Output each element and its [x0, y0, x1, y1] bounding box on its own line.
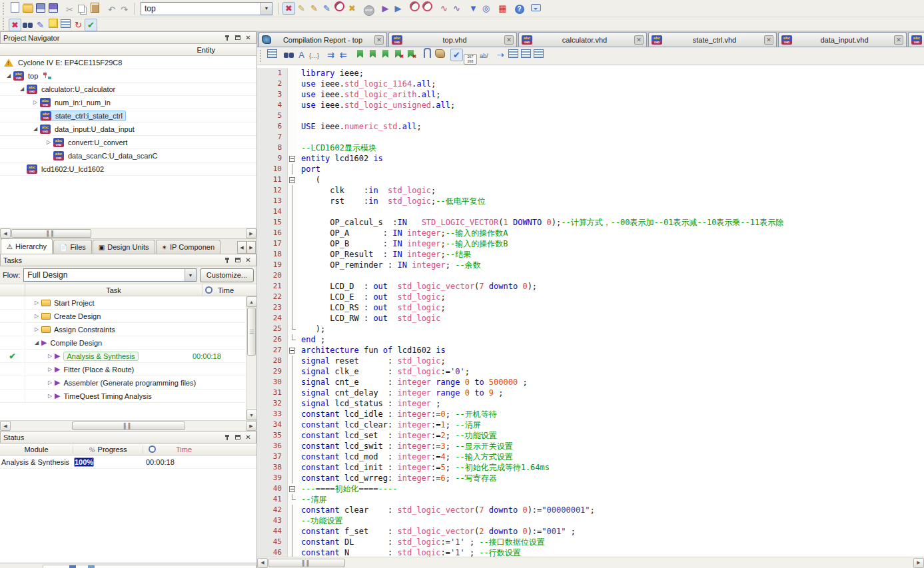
code-line[interactable]: 42constant clear : std_logic_vector(7 do… [257, 505, 924, 515]
code-line[interactable]: 36constant lcd_swit : integer:=3; --显示开关… [257, 441, 924, 451]
code-line[interactable]: 22 LCD_E : out std_logic; [257, 292, 924, 302]
design-clock-icon[interactable] [333, 0, 346, 13]
code-editor[interactable]: 1library ieee;2use ieee.std_logic_1164.a… [257, 65, 924, 557]
fold-collapse-icon[interactable] [289, 156, 295, 162]
expand-icon[interactable]: ▷ [44, 139, 53, 145]
fold-margin[interactable] [288, 420, 297, 430]
code-line[interactable]: 14 [257, 206, 924, 217]
expand-icon[interactable]: ▷ [32, 300, 41, 306]
bookmark-prev-icon[interactable] [379, 47, 392, 60]
fold-margin[interactable] [288, 441, 297, 451]
code-line[interactable]: 7 [257, 132, 924, 142]
fold-margin[interactable] [288, 462, 297, 473]
fold-margin[interactable] [288, 302, 297, 313]
navigator-hscrollbar[interactable]: ◀ ▌▌ ▶ [0, 228, 256, 238]
assignment-editor-icon[interactable]: ✎ [295, 2, 308, 15]
fold-margin[interactable] [288, 313, 297, 324]
editor-tab-state-ctrl-vhd[interactable]: abcVHDstate_ctrl.vhd✕ [648, 32, 777, 47]
fold-margin[interactable] [288, 260, 297, 270]
progress-column-header[interactable]: % Progress [73, 445, 143, 453]
design-x-icon[interactable]: ✖ [346, 2, 358, 15]
insert-template-icon[interactable]: {…} [308, 50, 320, 63]
tree-item[interactable]: ◢abcVHDdata_input:U_data_input [0, 123, 256, 136]
pin-icon[interactable] [222, 33, 232, 43]
scrollbar-thumb[interactable]: ☰ [247, 308, 256, 356]
format-decl-icon[interactable] [507, 47, 520, 60]
fold-margin[interactable] [288, 366, 297, 377]
copy-icon[interactable] [76, 3, 89, 16]
find-icon[interactable] [21, 19, 34, 31]
outdent-icon[interactable]: ⇇ [337, 49, 350, 61]
fold-margin[interactable] [288, 249, 297, 260]
pin-icon[interactable] [222, 433, 232, 442]
code-line[interactable]: 26end ; [257, 334, 924, 345]
timequest-icon[interactable] [408, 0, 421, 13]
close-icon[interactable]: ✕ [243, 256, 253, 265]
scroll-left-icon[interactable]: ◀ [257, 558, 268, 568]
fold-margin[interactable] [288, 292, 297, 302]
verify-doc-icon[interactable]: ✔ [85, 19, 97, 31]
fold-margin[interactable] [288, 142, 297, 153]
bookmark-delete-icon[interactable]: ✖ [392, 47, 404, 60]
tree-item[interactable]: ◢abcVHDtop [0, 69, 256, 83]
fold-margin[interactable] [288, 79, 297, 89]
code-line[interactable]: 4use ieee.std_logic_unsigned.all; [257, 100, 924, 111]
fold-collapse-icon[interactable] [289, 348, 295, 354]
syntax-check-icon[interactable]: ✔ [450, 49, 463, 61]
save-icon[interactable] [34, 1, 47, 14]
help-icon[interactable] [513, 3, 526, 15]
expand-icon[interactable]: ▷ [45, 380, 55, 386]
code-line[interactable]: 17 OP_B : IN integer;--输入的操作数B [257, 238, 924, 249]
status-row[interactable]: Analysis & Synthesis 100% 00:00:18 [0, 455, 256, 469]
tree-item[interactable]: abcVHDstate_ctrl:i_state_ctrl [0, 109, 256, 123]
code-line[interactable]: 24 LCD_RW : out std_logic [257, 313, 924, 324]
task-row[interactable]: ✔▷▶Analysis & Synthesis00:00:18 [0, 350, 246, 363]
start-compilation-icon[interactable]: ▶ [379, 2, 392, 15]
indent-icon[interactable]: ⇉ [324, 49, 337, 61]
task-row[interactable]: ▷Start Project [0, 296, 246, 310]
feedback-icon[interactable] [530, 1, 542, 14]
close-icon[interactable]: ✕ [374, 35, 384, 45]
editor-tab-data-input-vhd[interactable]: abcVHDdata_input.vhd✕ [778, 32, 907, 47]
programmer-icon[interactable]: ▼ [467, 2, 480, 15]
editor-hscrollbar[interactable]: ◀ ▌▌ ▶ [257, 557, 924, 568]
code-line[interactable]: 39constant lcd_wrreg: integer:=6; --写寄存器 [257, 473, 924, 483]
simulation-icon[interactable]: ∿ [438, 2, 450, 15]
start-analysis-icon[interactable]: ▶ [392, 2, 404, 15]
fold-margin[interactable] [288, 356, 297, 366]
editor-tab-compilation-report-top[interactable]: Compilation Report - top✕ [258, 32, 387, 47]
fold-margin[interactable] [288, 228, 297, 238]
collapse-icon[interactable]: ◢ [32, 340, 41, 346]
doc-settings-icon[interactable] [266, 47, 278, 60]
code-line[interactable]: 5 [257, 111, 924, 121]
close-icon[interactable]: ✕ [764, 35, 773, 45]
float-icon[interactable] [232, 433, 242, 442]
code-line[interactable]: 12 clk :in std_logic; [257, 185, 924, 196]
module-column-header[interactable]: Module [0, 445, 73, 453]
chevron-down-icon[interactable]: ▼ [185, 269, 196, 281]
expand-icon[interactable]: ▷ [31, 99, 40, 105]
fold-margin[interactable] [288, 217, 297, 228]
close-icon[interactable]: ✕ [243, 433, 253, 442]
find-icon[interactable] [282, 49, 295, 61]
code-line[interactable]: 38constant lcd_init : integer:=5; --初始化完… [257, 462, 924, 473]
task-row[interactable]: ▷Create Design [0, 310, 246, 323]
code-line[interactable]: 25 ); [257, 324, 924, 334]
refresh-icon[interactable]: ↻ [72, 19, 85, 31]
chevron-down-icon[interactable]: ▼ [260, 3, 272, 15]
format-align-icon[interactable] [532, 47, 545, 60]
toolbar-grip-3[interactable] [260, 50, 262, 62]
design-pencil-icon[interactable]: ✎ [320, 2, 333, 15]
code-line[interactable]: 9entity lcd1602 is [257, 153, 924, 164]
fold-margin[interactable] [288, 388, 297, 398]
task-row[interactable]: ▷▶Fitter (Place & Route) [0, 363, 246, 376]
tree-item[interactable]: ▷abcVHDconvert:U_convert [0, 136, 256, 149]
fold-margin[interactable] [288, 111, 297, 121]
tab-files[interactable]: 📄Files [53, 240, 92, 254]
compiler-x-icon[interactable]: ✖ [282, 2, 295, 15]
tasks-vscrollbar[interactable]: ▲ ☰ ▼ [246, 296, 256, 420]
code-line[interactable]: 29signal clk_e : std_logic:='0'; [257, 366, 924, 377]
fold-margin[interactable] [288, 164, 297, 174]
fold-margin[interactable] [288, 270, 297, 281]
timer-icon[interactable] [421, 0, 434, 13]
